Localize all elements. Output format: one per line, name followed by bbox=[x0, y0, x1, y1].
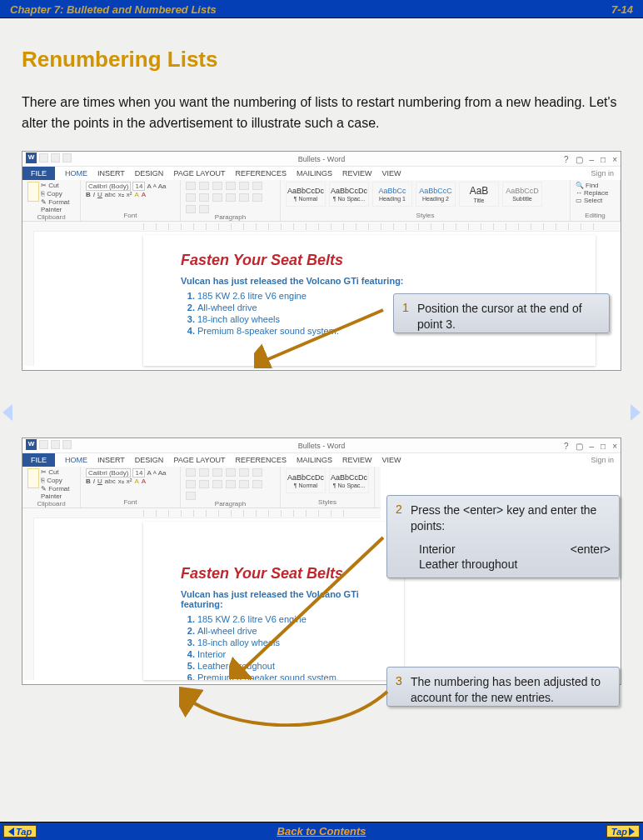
list-item: Premium 8-speaker sound system. bbox=[197, 672, 366, 680]
step-number: 3 bbox=[396, 674, 411, 706]
align-left-icon bbox=[212, 193, 222, 202]
group-font: Calibri (Body) 14 A A Aa B I U abc x₂x² … bbox=[81, 180, 181, 221]
doc-list-2: 185 KW 2.6 litre V6 engine All-wheel dri… bbox=[181, 614, 366, 680]
back-to-contents-link[interactable]: Back to Contents bbox=[277, 825, 366, 838]
prev-page-icon[interactable] bbox=[2, 404, 12, 421]
tab-page-layout: PAGE LAYOUT bbox=[173, 169, 225, 178]
multilevel-icon bbox=[212, 182, 222, 190]
italic-icon: I bbox=[93, 191, 95, 198]
triangle-left-icon bbox=[8, 828, 14, 836]
list-item: Interior bbox=[197, 649, 366, 659]
copy-button: ⎘ Copy bbox=[41, 190, 75, 198]
tap-label: Tap bbox=[16, 827, 32, 837]
doc-heading: Fasten Your Seat Belts bbox=[181, 565, 366, 582]
highlight-icon: A bbox=[134, 191, 138, 198]
window-controls: ? ▢ – □ × bbox=[564, 152, 617, 168]
page-header: Chapter 7: Bulleted and Numbered Lists 7… bbox=[0, 0, 643, 18]
maximize-icon: □ bbox=[601, 152, 606, 168]
list-item: All-wheel drive bbox=[197, 626, 366, 636]
ruler bbox=[22, 222, 621, 232]
tab-design: DESIGN bbox=[135, 169, 164, 178]
qat-save-icon bbox=[39, 153, 48, 162]
group-label-editing: Editing bbox=[576, 212, 615, 219]
section-title: Renumbering Lists bbox=[22, 47, 621, 72]
ribbon-tabs: FILE HOME INSERT DESIGN PAGE LAYOUT REFE… bbox=[22, 167, 621, 180]
tab-home: HOME bbox=[65, 169, 87, 178]
window-title: Bullets - Word bbox=[298, 155, 345, 163]
content-area: Renumbering Lists There are times when y… bbox=[0, 18, 643, 818]
group-label-styles: Styles bbox=[286, 212, 565, 219]
doc-heading: Fasten Your Seat Belts bbox=[181, 252, 558, 269]
list-item: 185 KW 2.6 litre V6 engine bbox=[197, 614, 366, 624]
group-label-paragraph: Paragraph bbox=[186, 213, 275, 221]
callout-2: 2 Press the <enter> key and enter the po… bbox=[386, 495, 620, 578]
paste-icon bbox=[27, 182, 39, 202]
doc-subheading: Vulcan has just released the Volcano GTi… bbox=[181, 276, 558, 286]
replace-icon: ↔ bbox=[576, 189, 582, 197]
select-icon: ▭ bbox=[576, 197, 582, 204]
quick-access-toolbar: W bbox=[26, 439, 72, 450]
group-label-font: Font bbox=[86, 212, 175, 219]
font-color-icon: A bbox=[142, 191, 146, 198]
font-size-select: 14 bbox=[132, 182, 145, 191]
page-number: 7-14 bbox=[611, 3, 633, 16]
ribbon-collapse-icon: ▢ bbox=[576, 152, 583, 168]
word-titlebar: W Bullets - Word ?▢–□× bbox=[22, 438, 621, 453]
intro-text: There are times when you want the number… bbox=[22, 92, 621, 134]
step-text: Position the cursor at the end of point … bbox=[417, 301, 601, 332]
vertical-ruler bbox=[22, 231, 34, 366]
step-text: The numbering has been adjusted to accou… bbox=[411, 674, 611, 706]
qat-undo-icon bbox=[51, 153, 60, 162]
group-clipboard: ✂ Cut ⎘ Copy ✎ Format Painter Clipboard bbox=[22, 180, 81, 221]
entry-label: Interior bbox=[419, 542, 456, 556]
tap-prev-button[interactable]: Tap bbox=[3, 825, 37, 838]
tab-review: REVIEW bbox=[342, 169, 372, 178]
step-number: 1 bbox=[402, 301, 417, 332]
minimize-icon: – bbox=[590, 152, 595, 168]
underline-icon: U bbox=[97, 191, 102, 198]
list-item: Leather throughout bbox=[197, 661, 366, 671]
word-screenshot-1: W Bullets - Word ? ▢ – □ × FILE HOME INS… bbox=[22, 151, 621, 371]
increase-font-icon: A bbox=[147, 182, 151, 190]
tab-references: REFERENCES bbox=[236, 169, 287, 178]
font-family-select: Calibri (Body) bbox=[86, 182, 131, 191]
group-paragraph: Paragraph bbox=[181, 180, 281, 221]
ribbon: ✂ Cut ⎘ Copy ✎ Format Painter Clipboard … bbox=[22, 180, 621, 222]
document-page-2: Fasten Your Seat Belts Vulcan has just r… bbox=[143, 522, 404, 680]
next-page-icon[interactable] bbox=[631, 404, 641, 421]
cut-button: ✂ Cut bbox=[41, 182, 75, 189]
numbering-icon bbox=[199, 182, 209, 190]
tap-label: Tap bbox=[611, 827, 627, 837]
tab-file: FILE bbox=[22, 167, 55, 180]
list-item: 18-inch alloy wheels bbox=[197, 638, 366, 648]
callout-1: 1 Position the cursor at the end of poin… bbox=[393, 293, 610, 333]
callout-entries: Interior<enter> Leather throughout bbox=[419, 542, 611, 571]
tab-home: HOME bbox=[65, 456, 87, 464]
chapter-title: Chapter 7: Bulleted and Numbered Lists bbox=[10, 3, 217, 16]
help-icon: ? bbox=[564, 152, 569, 168]
tab-view: VIEW bbox=[382, 169, 401, 178]
sign-in-link: Sign in bbox=[591, 169, 614, 178]
tab-mailings: MAILINGS bbox=[297, 169, 332, 178]
close-icon: × bbox=[612, 152, 617, 168]
triangle-right-icon bbox=[629, 828, 635, 836]
align-right-icon bbox=[239, 193, 249, 202]
word-icon: W bbox=[26, 439, 37, 450]
align-center-icon bbox=[226, 193, 236, 202]
step-text: Press the <enter> key and enter the poin… bbox=[411, 502, 611, 534]
window-title: Bullets - Word bbox=[298, 442, 345, 450]
find-icon: 🔍 bbox=[576, 182, 584, 189]
tab-insert: INSERT bbox=[97, 169, 125, 178]
tap-next-button[interactable]: Tap bbox=[606, 825, 640, 838]
step-number: 2 bbox=[396, 502, 411, 534]
quick-access-toolbar: W bbox=[26, 152, 72, 163]
group-styles: AaBbCcDc¶ Normal AaBbCcDc¶ No Spac... Aa… bbox=[281, 180, 571, 221]
decrease-font-icon: A bbox=[153, 183, 157, 188]
doc-subheading: Vulcan has just released the Volcano GTi… bbox=[181, 589, 366, 609]
entry-label: Leather throughout bbox=[419, 558, 517, 571]
qat-redo-icon bbox=[62, 153, 72, 162]
group-editing: 🔍Find ↔Replace ▭Select Editing bbox=[571, 180, 621, 221]
format-painter-button: ✎ Format Painter bbox=[41, 198, 75, 213]
word-icon: W bbox=[26, 152, 37, 163]
bullets-icon bbox=[186, 182, 196, 190]
